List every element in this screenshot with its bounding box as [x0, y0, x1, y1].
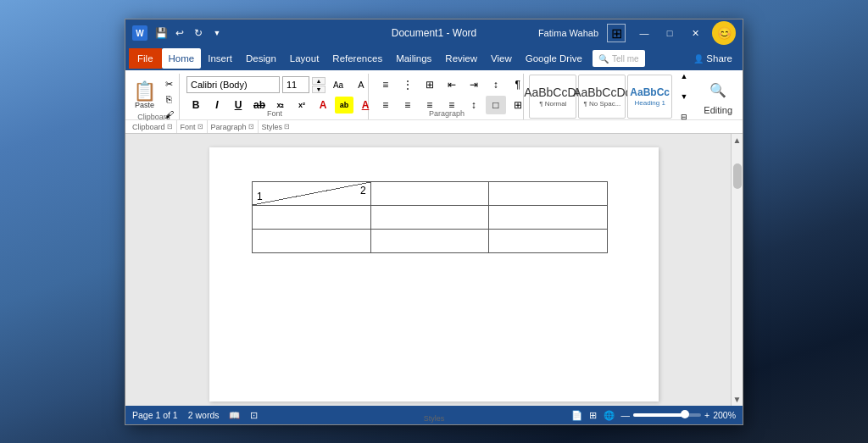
- line-spacing-button[interactable]: ↕: [464, 96, 484, 114]
- scroll-down-arrow[interactable]: ▼: [732, 393, 743, 406]
- table-cell-r2c0[interactable]: [253, 230, 371, 253]
- document-page: 1 2: [209, 147, 659, 401]
- font-size-increase[interactable]: ▲: [312, 77, 326, 85]
- table-cell-r2c1[interactable]: [370, 230, 489, 253]
- font-size-decrease[interactable]: ▼: [312, 86, 326, 93]
- table-cell-r0c1[interactable]: [370, 182, 489, 206]
- bold-button[interactable]: B: [186, 97, 205, 114]
- zoom-minus[interactable]: —: [621, 410, 631, 420]
- style-h1-box[interactable]: AaBbCc Heading 1: [627, 75, 672, 119]
- undo-button[interactable]: ↩: [171, 25, 188, 42]
- table-cell-r0c2[interactable]: [489, 182, 608, 206]
- paragraph-label: Paragraph: [429, 109, 465, 118]
- clipboard-dialog-launcher[interactable]: ⊡: [167, 123, 173, 130]
- styles-more-button[interactable]: ⊟: [674, 108, 694, 126]
- highlight-button[interactable]: ab: [335, 97, 353, 114]
- zoom-level: 200%: [713, 410, 736, 420]
- menu-item-layout[interactable]: Layout: [283, 48, 326, 69]
- styles-scroll-down[interactable]: ▼: [674, 87, 694, 106]
- styles-dialog-launcher[interactable]: ⊡: [284, 123, 290, 130]
- menu-item-googledrive[interactable]: Google Drive: [519, 48, 589, 69]
- style-normal-box[interactable]: AaBbCcDc ¶ Normal: [529, 75, 576, 119]
- menu-item-file[interactable]: File: [129, 48, 162, 69]
- font-name-selector[interactable]: Calibri (Body): [186, 76, 280, 93]
- clipboard-group: 📋 Paste ✂ ⎘ 🖌 Clipboard: [129, 74, 180, 119]
- paste-button[interactable]: 📋 Paste: [131, 75, 159, 116]
- table-cell-split[interactable]: 1 2: [253, 182, 371, 206]
- numbering-button[interactable]: ⋮: [398, 75, 418, 94]
- menu-item-design[interactable]: Design: [239, 48, 283, 69]
- table-cell-r1c2[interactable]: [489, 206, 608, 230]
- search-ribbon-button[interactable]: 🔍: [706, 78, 730, 102]
- style-h1-label: Heading 1: [634, 99, 665, 107]
- vertical-scrollbar[interactable]: ▲ ▼: [731, 134, 743, 406]
- emoji-icon[interactable]: 😊: [712, 21, 736, 45]
- status-left: Page 1 of 1 2 words 📖 ⊡: [132, 410, 258, 421]
- borders-button[interactable]: ⊞: [508, 96, 528, 114]
- menu-item-references[interactable]: References: [326, 48, 389, 69]
- tell-me-box[interactable]: 🔍 Tell me: [593, 50, 645, 67]
- font-dialog-launcher[interactable]: ⊡: [198, 123, 203, 130]
- table-cell-r1c1[interactable]: [370, 206, 489, 230]
- style-nospace-preview: AaBbCcDc: [573, 86, 631, 100]
- redo-button[interactable]: ↻: [190, 25, 207, 42]
- copy-button[interactable]: ⎘: [160, 92, 177, 106]
- save-button[interactable]: 💾: [153, 25, 170, 42]
- decrease-indent-button[interactable]: ⇤: [442, 75, 462, 94]
- macro-icon[interactable]: ⊡: [250, 410, 258, 420]
- menu-item-home[interactable]: Home: [162, 48, 202, 69]
- align-center-button[interactable]: ≡: [398, 96, 418, 114]
- text-effects-button[interactable]: A: [314, 97, 332, 114]
- title-bar: W 💾 ↩ ↻ ▼ Document1 - Word Fatima Wahab …: [125, 19, 743, 47]
- font-case-button[interactable]: Aa: [328, 75, 348, 94]
- proofing-icon[interactable]: 📖: [229, 410, 240, 421]
- minimize-button[interactable]: —: [632, 19, 656, 47]
- style-nospace-box[interactable]: AaBbCcDc ¶ No Spac...: [578, 75, 626, 119]
- menu-item-review[interactable]: Review: [438, 48, 484, 69]
- underline-button[interactable]: U: [229, 97, 248, 114]
- font-group: Calibri (Body) 11 ▲ ▼ Aa A B I U ab x₂ x…: [181, 74, 369, 119]
- restore-layout-button[interactable]: ⊞: [607, 24, 626, 42]
- zoom-control: — + 200%: [621, 410, 737, 420]
- show-hide-button[interactable]: ¶: [508, 75, 528, 94]
- italic-button[interactable]: I: [208, 97, 226, 114]
- paragraph-dialog-launcher[interactable]: ⊡: [248, 123, 254, 130]
- scroll-up-arrow[interactable]: ▲: [732, 134, 743, 147]
- print-layout-icon[interactable]: ⊞: [589, 410, 597, 420]
- customize-qa-button[interactable]: ▼: [209, 25, 225, 42]
- web-layout-icon[interactable]: 🌐: [604, 410, 615, 421]
- cut-button[interactable]: ✂: [160, 77, 177, 91]
- scroll-thumb[interactable]: [733, 163, 742, 189]
- zoom-slider[interactable]: [633, 413, 701, 417]
- word-icon: W: [132, 25, 147, 41]
- document-area[interactable]: 1 2 ▲: [125, 134, 743, 406]
- superscript-button[interactable]: x²: [292, 97, 311, 114]
- zoom-fill: [633, 413, 682, 417]
- close-button[interactable]: ✕: [683, 19, 707, 47]
- sort-button[interactable]: ↕: [486, 75, 506, 94]
- rl-font: Font ⊡: [177, 120, 208, 133]
- menu-item-insert[interactable]: Insert: [201, 48, 239, 69]
- styles-group: AaBbCcDc ¶ Normal AaBbCcDc ¶ No Spac... …: [526, 74, 695, 119]
- editing-label: Editing: [704, 105, 732, 115]
- align-left-button[interactable]: ≡: [376, 96, 396, 114]
- strikethrough-button[interactable]: ab: [250, 97, 269, 114]
- styles-scroll-up[interactable]: ▲: [674, 67, 694, 86]
- zoom-thumb[interactable]: [681, 410, 689, 418]
- font-size-box[interactable]: 11: [282, 76, 309, 93]
- table-cell-r1c0[interactable]: [253, 206, 371, 230]
- read-mode-icon[interactable]: 📄: [571, 410, 582, 421]
- maximize-button[interactable]: □: [658, 19, 682, 47]
- clear-formatting-button[interactable]: A: [351, 75, 371, 94]
- words-label: 2 words: [188, 410, 220, 420]
- shading-button[interactable]: □: [486, 96, 506, 114]
- bullets-button[interactable]: ≡: [376, 75, 396, 94]
- multilevel-list-button[interactable]: ⊞: [420, 75, 440, 94]
- menu-item-view[interactable]: View: [484, 48, 519, 69]
- menu-item-mailings[interactable]: Mailings: [389, 48, 438, 69]
- table-cell-r2c2[interactable]: [489, 230, 608, 253]
- styles-label: Styles: [424, 414, 445, 423]
- share-button[interactable]: 👤 Share: [687, 48, 739, 69]
- zoom-plus[interactable]: +: [704, 410, 709, 420]
- increase-indent-button[interactable]: ⇥: [464, 75, 484, 94]
